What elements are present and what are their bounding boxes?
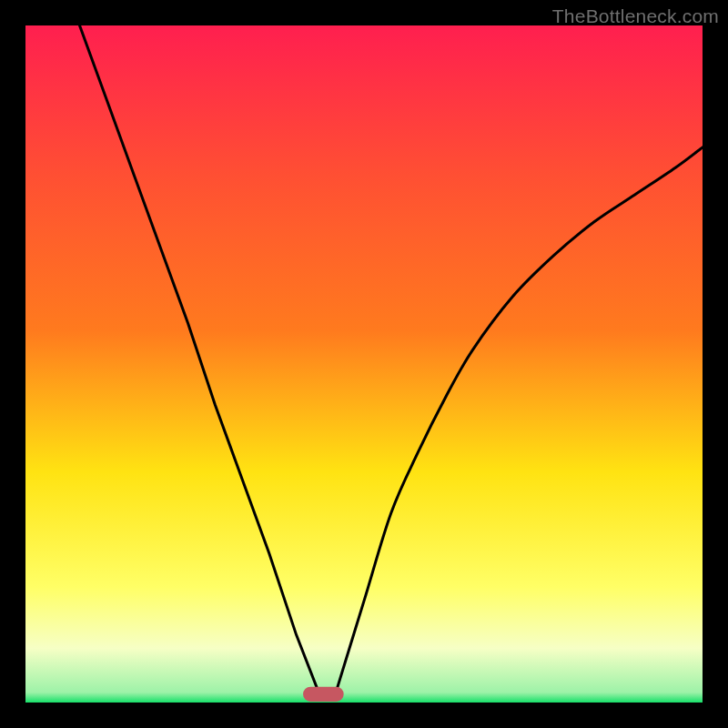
bottleneck-plot (25, 25, 703, 703)
watermark-text: TheBottleneck.com (552, 5, 719, 27)
chart-frame (25, 25, 703, 703)
vertex-marker (303, 687, 344, 702)
